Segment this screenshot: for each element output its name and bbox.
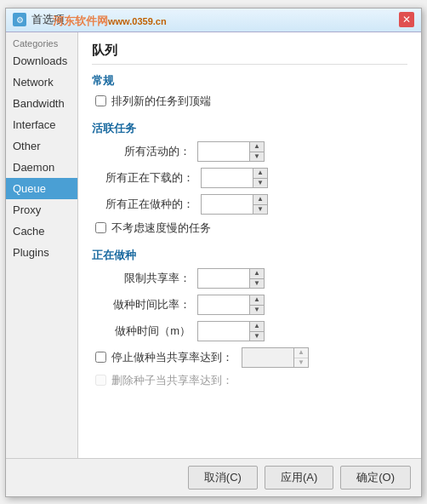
- ok-button[interactable]: 确定(O): [340, 466, 411, 490]
- ignore-slow-label: 不考虑速度慢的任务: [111, 220, 211, 236]
- sidebar-item-interface[interactable]: Interface: [6, 114, 77, 135]
- sidebar-item-cache[interactable]: Cache: [6, 220, 77, 242]
- sidebar-item-proxy[interactable]: Proxy: [6, 199, 77, 220]
- active-tasks-section: 活联任务 所有活动的： 8 ▲ ▼ 所有正在下载的： 3: [92, 121, 407, 236]
- seeding-count-spinner-buttons: ▲ ▼: [253, 195, 267, 214]
- sort-new-tasks-row: 排列新的任务到顶端: [92, 94, 407, 109]
- share-ratio-spinner-buttons: ▲ ▼: [249, 269, 264, 288]
- all-active-label: 所有活动的：: [105, 144, 191, 159]
- general-section: 常规 排列新的任务到顶端: [92, 73, 407, 109]
- seeding-count-spinner: 5 ▲ ▼: [201, 194, 268, 215]
- seed-time-spinner: 180 ▲ ▼: [197, 321, 265, 341]
- titlebar-left: ⚙ 首选项: [13, 12, 65, 27]
- seeding-count-label: 所有正在做种的：: [105, 197, 194, 212]
- all-active-up-btn[interactable]: ▲: [250, 142, 264, 152]
- share-ratio-row: 限制共享率： 2.00 ▲ ▼: [92, 268, 407, 289]
- seeding-count-input[interactable]: 5: [202, 195, 253, 214]
- sidebar-item-daemon[interactable]: Daemon: [6, 157, 77, 178]
- cancel-button[interactable]: 取消(C): [188, 466, 258, 490]
- sidebar-item-downloads[interactable]: Downloads: [6, 50, 77, 72]
- seeding-section: 正在做种 限制共享率： 2.00 ▲ ▼ 做种时间比率： 7.00: [92, 248, 407, 388]
- time-ratio-label: 做种时间比率：: [105, 297, 191, 312]
- time-ratio-spinner: 7.00 ▲ ▼: [197, 295, 265, 315]
- seeding-title: 正在做种: [92, 248, 407, 263]
- titlebar: ⚙ 首选项 ✕: [6, 9, 421, 32]
- all-active-row: 所有活动的： 8 ▲ ▼: [92, 141, 407, 162]
- sidebar-item-queue[interactable]: Queue: [6, 178, 77, 199]
- window-title: 首选项: [31, 12, 65, 27]
- seed-time-input[interactable]: 180: [198, 322, 249, 341]
- preferences-window: ⚙ 首选项 ✕ 河东软件网www.0359.cn Categories Down…: [5, 8, 422, 497]
- downloading-spinner: 3 ▲ ▼: [201, 168, 268, 188]
- app-icon: ⚙: [13, 13, 26, 26]
- seed-time-up-btn[interactable]: ▲: [250, 322, 264, 331]
- stop-seeding-down-btn: ▼: [294, 358, 308, 367]
- stop-seeding-input[interactable]: 2.00: [242, 348, 293, 367]
- footer: 取消(C) 应用(A) 确定(O): [6, 458, 421, 496]
- time-ratio-row: 做种时间比率： 7.00 ▲ ▼: [92, 295, 407, 315]
- seed-time-spinner-buttons: ▲ ▼: [249, 322, 264, 341]
- remove-torrent-checkbox[interactable]: [95, 375, 106, 386]
- all-active-spinner-buttons: ▲ ▼: [249, 142, 264, 161]
- sort-new-tasks-label: 排列新的任务到顶端: [111, 94, 211, 109]
- all-active-spinner: 8 ▲ ▼: [197, 141, 265, 162]
- downloading-label: 所有正在下载的：: [105, 170, 194, 186]
- page-title: 队列: [92, 43, 407, 65]
- share-ratio-up-btn[interactable]: ▲: [250, 269, 264, 278]
- remove-torrent-label: 删除种子当共享率达到：: [111, 373, 233, 388]
- content-area: Categories Downloads Network Bandwidth I…: [6, 32, 421, 458]
- main-content: 队列 常规 排列新的任务到顶端 活联任务 所有活动的： 8 ▲: [78, 32, 421, 458]
- seeding-count-row: 所有正在做种的： 5 ▲ ▼: [92, 194, 407, 215]
- stop-seeding-up-btn: ▲: [294, 348, 308, 358]
- active-tasks-title: 活联任务: [92, 121, 407, 136]
- ignore-slow-checkbox[interactable]: [95, 222, 106, 233]
- sidebar-category-label: Categories: [6, 36, 77, 50]
- sidebar-item-bandwidth[interactable]: Bandwidth: [6, 93, 77, 114]
- time-ratio-up-btn[interactable]: ▲: [250, 295, 264, 305]
- seeding-count-up-btn[interactable]: ▲: [253, 195, 267, 204]
- close-button[interactable]: ✕: [399, 12, 414, 27]
- seeding-count-down-btn[interactable]: ▼: [253, 204, 267, 214]
- share-ratio-spinner: 2.00 ▲ ▼: [197, 268, 265, 289]
- sidebar: Categories Downloads Network Bandwidth I…: [6, 32, 78, 458]
- downloading-row: 所有正在下载的： 3 ▲ ▼: [92, 168, 407, 188]
- downloading-up-btn[interactable]: ▲: [253, 169, 267, 178]
- downloading-input[interactable]: 3: [202, 169, 253, 187]
- stop-seeding-label: 停止做种当共享率达到：: [111, 350, 233, 365]
- general-title: 常规: [92, 73, 407, 89]
- sidebar-item-network[interactable]: Network: [6, 72, 77, 93]
- downloading-spinner-buttons: ▲ ▼: [253, 169, 267, 187]
- ignore-slow-row: 不考虑速度慢的任务: [92, 220, 407, 236]
- stop-seeding-spinner-buttons: ▲ ▼: [293, 348, 308, 367]
- share-ratio-input[interactable]: 2.00: [198, 269, 249, 288]
- seed-time-row: 做种时间（m） 180 ▲ ▼: [92, 321, 407, 341]
- share-ratio-down-btn[interactable]: ▼: [250, 278, 264, 288]
- share-ratio-label: 限制共享率：: [105, 271, 191, 286]
- downloading-down-btn[interactable]: ▼: [253, 178, 267, 187]
- time-ratio-spinner-buttons: ▲ ▼: [249, 295, 264, 314]
- stop-seeding-spinner: 2.00 ▲ ▼: [242, 347, 309, 368]
- sort-new-tasks-checkbox[interactable]: [95, 95, 106, 106]
- all-active-down-btn[interactable]: ▼: [250, 152, 264, 161]
- seed-time-label: 做种时间（m）: [105, 324, 191, 339]
- stop-seeding-checkbox[interactable]: [95, 352, 106, 363]
- stop-seeding-row: 停止做种当共享率达到： 2.00 ▲ ▼: [92, 347, 407, 368]
- sidebar-item-other[interactable]: Other: [6, 135, 77, 157]
- time-ratio-input[interactable]: 7.00: [198, 295, 249, 314]
- time-ratio-down-btn[interactable]: ▼: [250, 305, 264, 314]
- remove-torrent-row: 删除种子当共享率达到：: [92, 373, 407, 388]
- apply-button[interactable]: 应用(A): [265, 466, 333, 490]
- seed-time-down-btn[interactable]: ▼: [250, 331, 264, 341]
- sidebar-item-plugins[interactable]: Plugins: [6, 242, 77, 263]
- all-active-input[interactable]: 8: [198, 142, 249, 161]
